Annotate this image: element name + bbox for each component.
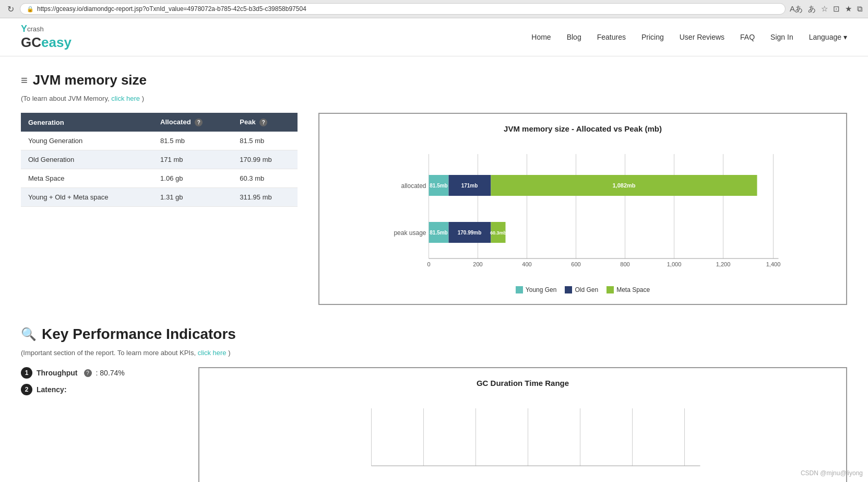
- bookmark-icon[interactable]: ☆: [821, 4, 828, 14]
- ycrash-logo: Ycrash: [21, 23, 72, 34]
- row-old-allocated: 171 mb: [153, 150, 232, 169]
- svg-text:600: 600: [571, 261, 580, 267]
- table-row: Old Generation 171 mb 170.99 mb: [21, 150, 298, 169]
- kpi-throughput-number: 1: [21, 367, 32, 379]
- kpi-section-title: 🔍 Key Performance Indicators: [21, 326, 847, 343]
- col-peak: Peak ?: [232, 113, 298, 132]
- jvm-memory-chart: JVM memory size - Allocated vs Peak (mb): [318, 113, 847, 305]
- kpi-search-icon: 🔍: [21, 327, 37, 342]
- language-dropdown[interactable]: Language ▾: [809, 33, 847, 41]
- row-old-generation-label: Old Generation: [21, 150, 153, 169]
- kpi-items: 1 Throughput ? : 80.74% 2 Latency:: [21, 367, 177, 401]
- svg-text:81.5mb: 81.5mb: [430, 230, 447, 236]
- nav-user-reviews[interactable]: User Reviews: [680, 33, 724, 41]
- svg-text:200: 200: [473, 261, 482, 267]
- kpi-learn-link[interactable]: click here: [198, 349, 227, 357]
- translate-icon[interactable]: Aあ: [790, 4, 803, 14]
- nav-blog[interactable]: Blog: [567, 33, 581, 41]
- jvm-memory-heading: JVM memory size: [33, 72, 147, 88]
- kpi-latency-number: 2: [21, 384, 32, 395]
- col-allocated: Allocated ?: [153, 113, 232, 132]
- logo-gc: GC: [21, 34, 41, 50]
- table-row: Young + Old + Meta space 1.31 gb 311.95 …: [21, 188, 298, 207]
- svg-text:60.3mb: 60.3mb: [490, 230, 507, 236]
- jvm-memory-table-container: Generation Allocated ? Peak ? Young Gene…: [21, 113, 298, 207]
- svg-text:81.5mb: 81.5mb: [430, 183, 447, 189]
- svg-text:400: 400: [522, 261, 531, 267]
- row-old-peak: 170.99 mb: [232, 150, 298, 169]
- kpi-latency-label: Latency:: [37, 385, 67, 394]
- lock-icon: 🔒: [27, 6, 34, 13]
- logo-crash: crash: [27, 25, 44, 33]
- kpi-throughput: 1 Throughput ? : 80.74%: [21, 367, 177, 379]
- kpi-chart-section: 1 Throughput ? : 80.74% 2 Latency: GC Du…: [21, 367, 847, 482]
- logo[interactable]: Ycrash GCeasy: [21, 23, 72, 51]
- gc-chart-title: GC Duration Time Range: [210, 379, 836, 387]
- allocated-info-icon[interactable]: ?: [195, 119, 203, 126]
- legend-young-gen-label: Young Gen: [526, 286, 557, 293]
- jvm-memory-icon: ≡: [21, 74, 28, 87]
- jvm-memory-table: Generation Allocated ? Peak ? Young Gene…: [21, 113, 298, 207]
- legend-meta-space-color: [607, 286, 614, 293]
- svg-text:1,082mb: 1,082mb: [612, 182, 635, 189]
- kpi-subtitle: (Important section of the report. To lea…: [21, 349, 847, 357]
- row-meta-space-label: Meta Space: [21, 169, 153, 188]
- row-total-peak: 311.95 mb: [232, 188, 298, 207]
- navbar: Ycrash GCeasy Home Blog Features Pricing…: [0, 18, 868, 56]
- svg-text:1,200: 1,200: [716, 261, 731, 267]
- browser-chrome: ↻ 🔒 https://gceasy.io/diamondgc-report.j…: [0, 0, 868, 18]
- legend-young-gen-color: [516, 286, 523, 293]
- main-content: ≡ JVM memory size (To learn about JVM Me…: [0, 56, 868, 482]
- legend-meta-space: Meta Space: [607, 286, 650, 293]
- legend-old-gen: Old Gen: [565, 286, 598, 293]
- logo-easy: easy: [41, 34, 72, 50]
- watermark: CSDN @mjnu@liyong: [801, 469, 863, 477]
- refresh-button[interactable]: ↻: [5, 4, 16, 14]
- row-meta-peak: 60.3 mb: [232, 169, 298, 188]
- kpi-throughput-label: Throughput: [37, 369, 78, 377]
- svg-text:170.99mb: 170.99mb: [458, 230, 482, 236]
- browser-actions: Aあ あ ☆ ⊡ ★ ⧉: [790, 4, 863, 14]
- jvm-memory-subtitle: (To learn about JVM Memory, click here ): [21, 95, 847, 102]
- jvm-memory-chart-section: Generation Allocated ? Peak ? Young Gene…: [21, 113, 847, 305]
- extensions-icon[interactable]: ⧉: [857, 4, 863, 14]
- nav-pricing[interactable]: Pricing: [641, 33, 664, 41]
- nav-features[interactable]: Features: [597, 33, 626, 41]
- url-text: https://gceasy.io/diamondgc-report.jsp?o…: [37, 5, 306, 13]
- nav-home[interactable]: Home: [531, 33, 551, 41]
- row-total-allocated: 1.31 gb: [153, 188, 232, 207]
- logo-y: Y: [21, 23, 27, 34]
- read-mode-icon[interactable]: あ: [808, 4, 816, 14]
- row-young-allocated: 81.5 mb: [153, 132, 232, 150]
- gceasy-logo: GCeasy: [21, 34, 72, 51]
- table-row: Young Generation 81.5 mb 81.5 mb: [21, 132, 298, 150]
- peak-info-icon[interactable]: ?: [259, 119, 267, 126]
- jvm-memory-learn-link[interactable]: click here: [111, 95, 140, 102]
- chart-title: JVM memory size - Allocated vs Peak (mb): [330, 124, 836, 133]
- nav-faq[interactable]: FAQ: [740, 33, 755, 41]
- jvm-memory-section-title: ≡ JVM memory size: [21, 72, 847, 88]
- row-total-label: Young + Old + Meta space: [21, 188, 153, 207]
- address-bar[interactable]: 🔒 https://gceasy.io/diamondgc-report.jsp…: [20, 3, 786, 15]
- legend-young-gen: Young Gen: [516, 286, 557, 293]
- legend-old-gen-label: Old Gen: [575, 286, 598, 293]
- row-meta-allocated: 1.06 gb: [153, 169, 232, 188]
- svg-text:171mb: 171mb: [461, 183, 478, 189]
- svg-text:800: 800: [620, 261, 629, 267]
- svg-text:peak usage: peak usage: [394, 229, 426, 237]
- gc-duration-chart: GC Duration Time Range: [198, 367, 847, 482]
- row-young-generation-label: Young Generation: [21, 132, 153, 150]
- table-row: Meta Space 1.06 gb 60.3 mb: [21, 169, 298, 188]
- svg-text:1,000: 1,000: [667, 261, 682, 267]
- nav-links: Home Blog Features Pricing User Reviews …: [531, 33, 847, 41]
- col-generation: Generation: [21, 113, 153, 132]
- legend-meta-space-label: Meta Space: [616, 286, 650, 293]
- kpi-throughput-value: : 80.74%: [96, 369, 125, 377]
- split-view-icon[interactable]: ⊡: [833, 4, 840, 14]
- kpi-latency: 2 Latency:: [21, 384, 177, 395]
- nav-sign-in[interactable]: Sign In: [770, 33, 793, 41]
- chart-legend: Young Gen Old Gen Meta Space: [330, 286, 836, 293]
- throughput-info-icon[interactable]: ?: [84, 369, 92, 377]
- favorites-icon[interactable]: ★: [845, 4, 852, 14]
- kpi-section: 🔍 Key Performance Indicators (Important …: [21, 326, 847, 482]
